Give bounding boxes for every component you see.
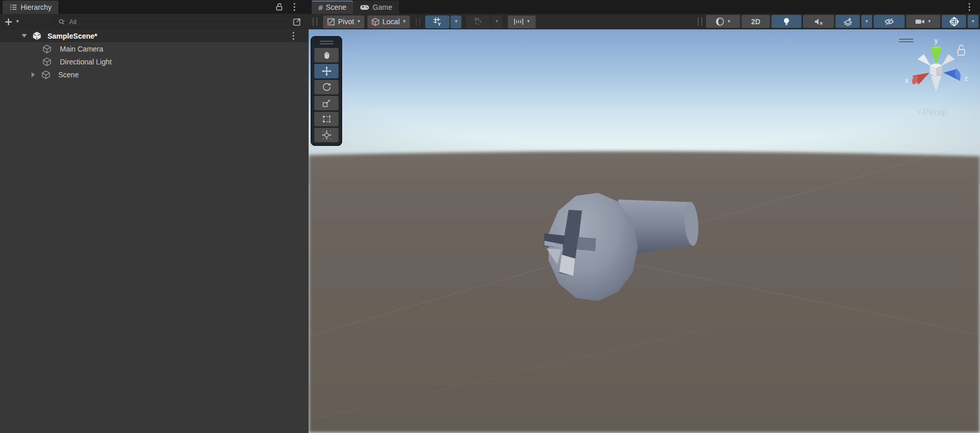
projection-toggle[interactable]: ‹Persp [918, 107, 947, 118]
pivot-label: Pivot [338, 18, 354, 26]
local-cube-icon [371, 18, 380, 26]
tool-rect[interactable] [314, 112, 339, 126]
expand-triangle-icon[interactable] [31, 72, 35, 77]
hierarchy-search-field[interactable] [54, 16, 298, 28]
grid-y-icon: Y [433, 17, 442, 26]
gameobject-cube-icon [42, 57, 52, 66]
axis-cone-y[interactable] [931, 48, 941, 65]
snap-caret[interactable]: ▼ [491, 15, 502, 28]
hierarchy-tabbar: Hierarchy [0, 0, 309, 14]
tool-transform[interactable] [314, 128, 339, 142]
scene-toolbar-right-group: ▼ 2D [696, 15, 978, 28]
tab-game-label: Game [373, 3, 392, 11]
axis-cone-back-right[interactable] [941, 54, 955, 66]
2d-label: 2D [751, 18, 761, 26]
scene-root-label: SampleScene* [47, 32, 98, 40]
move-icon [322, 66, 332, 76]
scene-tabbar: # Scene Game [309, 0, 980, 14]
svg-text:Y: Y [438, 21, 441, 26]
eye-slash-icon [884, 18, 894, 26]
hierarchy-panel: Hierarchy ▼ [0, 0, 310, 433]
pivot-mode-button[interactable]: Pivot ▼ [323, 15, 364, 28]
unity-editor-window: Hierarchy ▼ [0, 0, 980, 433]
pivot-icon [327, 18, 335, 26]
audio-mute-button[interactable] [803, 15, 834, 28]
camera-caret: ▼ [927, 20, 931, 24]
tree-row-scene-object[interactable]: Scene [0, 68, 309, 81]
search-icon [58, 19, 66, 26]
add-object-caret[interactable]: ▼ [15, 20, 20, 24]
camera-settings-button[interactable]: ▼ [906, 15, 940, 28]
tab-scene[interactable]: # Scene [312, 1, 353, 14]
item-label: Directional Light [60, 58, 111, 66]
tab-game[interactable]: Game [353, 1, 399, 14]
gizmo-unlock-icon[interactable] [958, 45, 965, 55]
effects-button[interactable] [836, 15, 860, 28]
handle-rotation-button[interactable]: Local ▼ [367, 15, 410, 28]
scene-panel: # Scene Game Pivot ▼ [309, 0, 980, 433]
hierarchy-toolbar: ▼ [0, 14, 309, 30]
search-input[interactable] [68, 18, 294, 26]
tab-hierarchy-label: Hierarchy [21, 3, 52, 11]
tool-scale[interactable] [314, 96, 339, 110]
grid-settings-caret[interactable]: ▼ [451, 15, 461, 28]
increment-snap-caret: ▼ [526, 20, 531, 24]
pivot-caret: ▼ [357, 20, 361, 24]
hand-icon [322, 50, 332, 60]
unity-scene-icon [32, 31, 42, 41]
tree-row-scene-root[interactable]: SampleScene* [0, 29, 309, 42]
axis-cone-back-left[interactable] [918, 54, 931, 66]
gizmo-sphere-icon [950, 17, 959, 26]
effects-caret[interactable]: ▼ [861, 15, 872, 28]
tree-row-main-camera[interactable]: Main Camera [0, 42, 309, 55]
scene-toolbar: Pivot ▼ Local ▼ Y ▼ [309, 14, 980, 30]
shading-mode-button[interactable]: ▼ [706, 15, 740, 28]
orientation-gizmo[interactable]: y x z [898, 34, 980, 111]
toolbar-drag-handle[interactable] [313, 18, 317, 26]
axis-y-label: y [935, 37, 938, 45]
grid-visibility-button[interactable]: Y [425, 15, 449, 28]
gizmos-caret[interactable]: ▼ [968, 15, 978, 28]
collapse-triangle-icon[interactable] [22, 34, 27, 38]
speaker-mute-icon [814, 18, 824, 26]
tool-move[interactable] [314, 64, 339, 78]
rotate-icon [322, 82, 332, 92]
toolbar-drag-handle[interactable] [698, 18, 702, 26]
transform-icon [322, 130, 332, 140]
snap-magnet-icon [474, 17, 483, 26]
scene-visibility-button[interactable] [874, 15, 905, 28]
gizmos-button[interactable] [942, 15, 966, 28]
scene-viewport[interactable]: y x z ‹Persp [309, 29, 980, 433]
axis-z-label: z [965, 74, 968, 82]
gizmo-center-cube[interactable] [930, 63, 942, 77]
scale-icon [322, 98, 332, 108]
tree-row-directional-light[interactable]: Directional Light [0, 55, 309, 68]
viewport-render [309, 29, 980, 433]
chevron-left-icon: ‹ [918, 107, 921, 117]
tool-view-hand[interactable] [314, 48, 339, 62]
list-icon [9, 3, 18, 11]
shading-caret: ▼ [727, 20, 731, 24]
increment-snap-icon [513, 18, 524, 26]
increment-snap-button[interactable]: ▼ [508, 15, 536, 28]
tools-drag-handle[interactable] [320, 39, 333, 46]
tab-scene-label: Scene [326, 3, 346, 11]
gameobject-cube-icon [42, 44, 52, 54]
item-label: Scene [58, 71, 79, 79]
2d-toggle-button[interactable]: 2D [742, 15, 770, 28]
scene-lighting-button[interactable] [772, 15, 801, 28]
toolbar-separator [416, 18, 420, 26]
tool-rotate[interactable] [314, 80, 339, 94]
projection-label: Persp [923, 107, 947, 117]
snap-button[interactable] [466, 15, 490, 28]
shaded-sphere-icon [715, 17, 725, 26]
unlock-icon[interactable] [275, 3, 283, 11]
tab-hierarchy[interactable]: Hierarchy [3, 1, 58, 14]
add-object-button[interactable] [4, 18, 13, 26]
axis-cone-down[interactable] [931, 76, 941, 92]
item-label: Main Camera [60, 45, 103, 53]
expand-window-icon[interactable] [292, 16, 302, 27]
scene-menu-kebab[interactable] [968, 3, 970, 11]
scene-row-kebab[interactable] [292, 32, 294, 40]
hierarchy-menu-kebab[interactable] [293, 3, 295, 11]
